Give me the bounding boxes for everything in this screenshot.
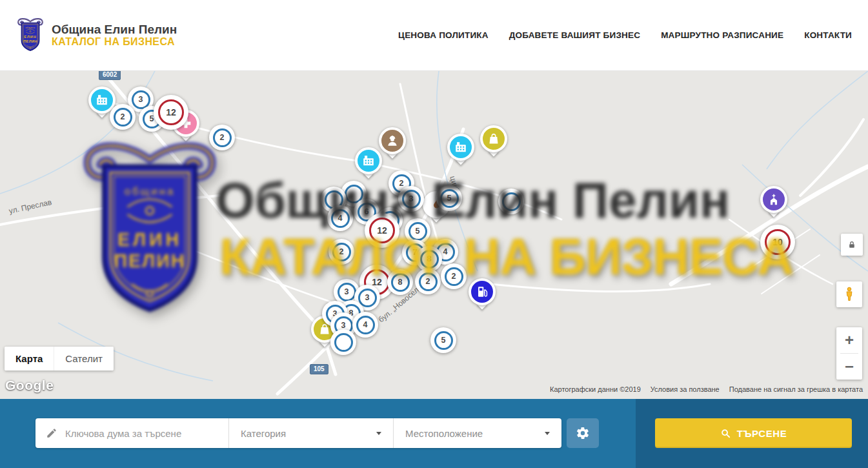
nav-item[interactable]: ЦЕНОВА ПОЛИТИКА bbox=[398, 30, 489, 40]
category-select[interactable]: Категория bbox=[229, 418, 394, 448]
keyword-field-wrap bbox=[35, 418, 229, 448]
map-type-map-button[interactable]: Карта bbox=[5, 347, 54, 371]
map-cluster-marker[interactable]: 5 bbox=[436, 185, 462, 211]
map-cluster-marker[interactable]: 2 bbox=[328, 239, 354, 265]
map-cluster-marker[interactable]: 10 bbox=[760, 225, 795, 259]
keyword-search-input[interactable] bbox=[64, 427, 221, 440]
cluster-count: 2 bbox=[399, 179, 404, 188]
cluster-ring: 5 bbox=[409, 222, 427, 241]
map-pin-factory[interactable] bbox=[447, 134, 474, 161]
cluster-count: 10 bbox=[772, 237, 783, 247]
search-bar-right: ТЪРСЕНЕ bbox=[636, 399, 868, 468]
cluster-ring: 2 bbox=[445, 267, 463, 286]
gear-icon bbox=[576, 426, 590, 440]
map-cluster-marker[interactable]: 2 bbox=[110, 104, 136, 130]
search-bar: Категория Местоположение ТЪРСЕНЕ bbox=[0, 399, 868, 468]
cluster-count: 12 bbox=[166, 107, 176, 117]
nav-item[interactable]: МАРШРУТНО РАЗПИСАНИЕ bbox=[661, 30, 783, 40]
cluster-ring: 12 bbox=[369, 218, 395, 243]
pegman-icon bbox=[841, 286, 858, 303]
map-cluster-marker[interactable]: 2 bbox=[441, 263, 467, 289]
main-nav: ЦЕНОВА ПОЛИТИКАДОБАВЕТЕ ВАШИЯТ БИЗНЕСМАР… bbox=[378, 30, 852, 40]
advanced-settings-button[interactable] bbox=[567, 418, 599, 448]
location-select-label: Местоположение bbox=[405, 428, 483, 439]
search-bar-left: Категория Местоположение bbox=[0, 399, 636, 468]
road-number-badge: 6002 bbox=[99, 71, 121, 80]
map-pin-church[interactable] bbox=[760, 186, 787, 213]
cluster-count: 3 bbox=[345, 287, 349, 296]
cluster-ring: 5 bbox=[434, 331, 453, 350]
zoom-in-button[interactable]: + bbox=[836, 327, 862, 353]
church-icon bbox=[760, 186, 787, 213]
pegman-button[interactable] bbox=[836, 281, 862, 307]
map-cluster-marker[interactable] bbox=[498, 188, 524, 214]
cluster-count: 3 bbox=[409, 194, 414, 203]
lock-button[interactable] bbox=[841, 234, 863, 256]
road-number-badge: 105 bbox=[310, 364, 328, 374]
cluster-ring bbox=[334, 333, 353, 352]
map-cluster-marker[interactable]: 2 bbox=[209, 125, 235, 150]
map-attribution: Картографски данни ©2019Условия за ползв… bbox=[550, 385, 863, 393]
cluster-ring: 10 bbox=[765, 229, 791, 255]
site-logo[interactable]: общинаЕЛИНПЕЛИН Община Елин Пелин КАТАЛО… bbox=[15, 17, 177, 54]
attribution-link[interactable]: Условия за ползване bbox=[651, 385, 720, 393]
factory-icon bbox=[355, 147, 382, 174]
map-pin-worker[interactable] bbox=[379, 127, 406, 154]
map-type-control: Карта Сателит bbox=[5, 347, 114, 371]
worker-icon bbox=[379, 127, 406, 154]
map-cluster-marker[interactable]: 2 bbox=[415, 269, 441, 294]
map-cluster-marker[interactable]: 3 bbox=[398, 186, 424, 212]
cluster-count: 4 bbox=[443, 247, 448, 256]
fuel-icon bbox=[469, 278, 496, 305]
svg-text:ПЕЛИН: ПЕЛИН bbox=[23, 39, 37, 43]
municipality-crest-logo: общинаЕЛИНПЕЛИН bbox=[15, 17, 45, 54]
pencil-icon bbox=[46, 427, 57, 439]
map-pin-factory[interactable] bbox=[355, 147, 382, 174]
cluster-count: 4 bbox=[363, 320, 368, 329]
map-canvas[interactable]: общинаЕЛИНПЕЛИН Община Елин Пелин КАТАЛО… bbox=[0, 71, 868, 399]
brand-text: Община Елин Пелин КАТАЛОГ НА БИЗНЕСА bbox=[52, 23, 177, 48]
zoom-control: + − bbox=[836, 327, 862, 380]
map-cluster-marker[interactable]: 4 bbox=[352, 312, 378, 338]
cluster-ring: 8 bbox=[391, 273, 410, 292]
header: общинаЕЛИНПЕЛИН Община Елин Пелин КАТАЛО… bbox=[0, 0, 868, 71]
cluster-ring: 2 bbox=[419, 272, 438, 291]
map-cluster-marker[interactable]: 5 bbox=[430, 327, 456, 353]
cluster-count: 3 bbox=[341, 321, 346, 330]
category-select-label: Категория bbox=[241, 428, 286, 439]
cluster-count: 2 bbox=[426, 277, 430, 286]
padlock-icon bbox=[847, 240, 856, 249]
map-cluster-marker[interactable]: 4 bbox=[327, 205, 353, 231]
map-type-satellite-button[interactable]: Сателит bbox=[54, 347, 114, 371]
cluster-ring: 5 bbox=[440, 189, 459, 208]
cluster-ring: 2 bbox=[114, 108, 132, 127]
cluster-count: 2 bbox=[220, 133, 225, 142]
nav-item[interactable]: ДОБАВЕТЕ ВАШИЯТ БИЗНЕС bbox=[509, 30, 640, 40]
map-cluster-marker[interactable]: 12 bbox=[154, 95, 188, 130]
search-group: Категория Местоположение bbox=[35, 418, 561, 448]
map-pin-bag[interactable] bbox=[480, 125, 507, 152]
attribution-link[interactable]: Подаване на сигнал за грешка в картата bbox=[729, 385, 863, 393]
nav-item[interactable]: КОНТАКТИ bbox=[804, 30, 852, 40]
map-cluster-marker[interactable]: 8 bbox=[416, 246, 442, 272]
map-cluster-marker[interactable]: 8 bbox=[387, 269, 413, 295]
page: общинаЕЛИНПЕЛИН Община Елин Пелин КАТАЛО… bbox=[0, 0, 868, 468]
map-cluster-marker[interactable]: 12 bbox=[365, 213, 399, 248]
cluster-ring: 4 bbox=[356, 316, 375, 334]
cluster-count: 5 bbox=[416, 227, 420, 236]
cluster-count: 5 bbox=[441, 336, 446, 345]
cluster-count: 2 bbox=[121, 112, 125, 121]
cluster-ring: 12 bbox=[158, 99, 184, 125]
site-subtitle: КАТАЛОГ НА БИЗНЕСА bbox=[52, 36, 177, 48]
zoom-out-button[interactable]: − bbox=[836, 354, 862, 380]
factory-icon bbox=[447, 134, 474, 161]
attribution-text: Картографски данни ©2019 bbox=[550, 385, 641, 393]
bag-icon bbox=[480, 125, 507, 152]
search-submit-button[interactable]: ТЪРСЕНЕ bbox=[655, 418, 852, 448]
google-logo[interactable]: Google bbox=[5, 378, 54, 393]
location-select[interactable]: Местоположение bbox=[394, 418, 561, 448]
map-pin-fuel[interactable] bbox=[469, 278, 496, 305]
map-cluster-marker[interactable] bbox=[330, 329, 356, 355]
search-submit-label: ТЪРСЕНЕ bbox=[737, 428, 787, 439]
cluster-ring: 3 bbox=[338, 283, 356, 301]
